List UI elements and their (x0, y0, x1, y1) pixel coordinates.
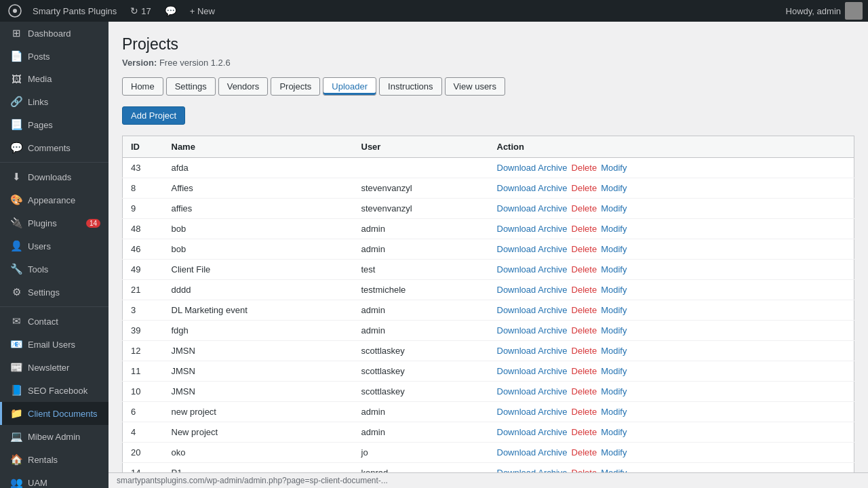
download-archive-link[interactable]: Download Archive (497, 325, 568, 336)
site-name[interactable]: Smarty Pants Plugins (27, 0, 122, 22)
cell-action: Download ArchiveDeleteModify (489, 239, 854, 260)
table-row: 48bobadminDownload ArchiveDeleteModify (123, 219, 854, 239)
modify-link[interactable]: Modify (601, 386, 627, 396)
download-archive-link[interactable]: Download Archive (497, 346, 568, 356)
wp-wrap: ⊞ Dashboard 📄 Posts 🖼 Media 🔗 Links 📃 Pa… (0, 22, 868, 488)
delete-link[interactable]: Delete (572, 183, 597, 193)
tab-vendors[interactable]: Vendors (218, 77, 269, 96)
sidebar-item-posts[interactable]: 📄 Posts (0, 45, 108, 68)
tab-home[interactable]: Home (122, 77, 163, 96)
sidebar-item-uam[interactable]: 👥 UAM (0, 471, 108, 488)
modify-link[interactable]: Modify (601, 264, 627, 274)
modify-link[interactable]: Modify (601, 366, 627, 376)
avatar[interactable] (845, 2, 863, 20)
cell-action: Download ArchiveDeleteModify (489, 260, 854, 280)
delete-link[interactable]: Delete (572, 366, 597, 376)
sidebar-item-downloads[interactable]: ⬇ Downloads (0, 165, 108, 188)
sidebar-item-pages[interactable]: 📃 Pages (0, 113, 108, 136)
sidebar-item-client-documents[interactable]: 📁 Client Documents (0, 402, 108, 425)
sidebar-item-rentals[interactable]: 🏠 Rentals (0, 448, 108, 471)
posts-icon: 📄 (10, 50, 22, 62)
version-text: Version: Free version 1.2.6 (122, 58, 854, 68)
download-archive-link[interactable]: Download Archive (497, 183, 568, 193)
download-archive-link[interactable]: Download Archive (497, 305, 568, 315)
col-header-name: Name (163, 136, 353, 158)
sidebar-item-seo-facebook[interactable]: 📘 SEO Facebook (0, 379, 108, 402)
sidebar-item-links[interactable]: 🔗 Links (0, 90, 108, 113)
tab-projects[interactable]: Projects (271, 77, 320, 96)
modify-link[interactable]: Modify (601, 427, 627, 437)
modify-link[interactable]: Modify (601, 183, 627, 193)
delete-link[interactable]: Delete (572, 346, 597, 356)
new-item[interactable]: + New (184, 0, 220, 22)
sidebar-item-contact[interactable]: ✉ Contact (0, 310, 108, 333)
sidebar-item-appearance[interactable]: 🎨 Appearance (0, 188, 108, 211)
sidebar-item-label: Email Users (28, 340, 75, 350)
wp-logo[interactable] (5, 0, 24, 22)
download-archive-link[interactable]: Download Archive (497, 386, 568, 396)
download-archive-link[interactable]: Download Archive (497, 264, 568, 274)
download-archive-link[interactable]: Download Archive (497, 163, 568, 173)
plugins-icon: 🔌 (10, 217, 22, 229)
sidebar-item-comments[interactable]: 💬 Comments (0, 136, 108, 159)
sidebar-item-dashboard[interactable]: ⊞ Dashboard (0, 22, 108, 45)
admin-bar: Smarty Pants Plugins ↻ 17 💬 + New Howdy,… (0, 0, 868, 22)
updates-item[interactable]: ↻ 17 (125, 0, 156, 22)
download-archive-link[interactable]: Download Archive (497, 285, 568, 295)
tab-view-users[interactable]: View users (445, 77, 505, 96)
modify-link[interactable]: Modify (601, 346, 627, 356)
modify-link[interactable]: Modify (601, 244, 627, 254)
comments-icon: 💬 (10, 142, 22, 154)
modify-link[interactable]: Modify (601, 407, 627, 417)
sidebar-item-tools[interactable]: 🔧 Tools (0, 258, 108, 281)
download-archive-link[interactable]: Download Archive (497, 427, 568, 437)
tab-uploader[interactable]: Uploader (323, 77, 376, 96)
download-archive-link[interactable]: Download Archive (497, 244, 568, 254)
delete-link[interactable]: Delete (572, 427, 597, 437)
download-archive-link[interactable]: Download Archive (497, 366, 568, 376)
delete-link[interactable]: Delete (572, 325, 597, 336)
cell-user (353, 158, 489, 178)
modify-link[interactable]: Modify (601, 285, 627, 295)
table-row: 9affiesstevenvanzylDownload ArchiveDelet… (123, 199, 854, 219)
modify-link[interactable]: Modify (601, 163, 627, 173)
delete-link[interactable]: Delete (572, 224, 597, 234)
modify-link[interactable]: Modify (601, 447, 627, 458)
sidebar-item-users[interactable]: 👤 Users (0, 235, 108, 258)
delete-link[interactable]: Delete (572, 407, 597, 417)
sidebar-item-email-users[interactable]: 📧 Email Users (0, 333, 108, 356)
delete-link[interactable]: Delete (572, 264, 597, 274)
sidebar-item-newsletter[interactable]: 📰 Newsletter (0, 356, 108, 379)
client-docs-icon: 📁 (10, 407, 22, 420)
delete-link[interactable]: Delete (572, 203, 597, 214)
modify-link[interactable]: Modify (601, 203, 627, 214)
download-archive-link[interactable]: Download Archive (497, 447, 568, 458)
delete-link[interactable]: Delete (572, 163, 597, 173)
modify-link[interactable]: Modify (601, 305, 627, 315)
delete-link[interactable]: Delete (572, 447, 597, 458)
modify-link[interactable]: Modify (601, 224, 627, 234)
sidebar-item-mibew-admin[interactable]: 💻 Mibew Admin (0, 425, 108, 448)
comments-item[interactable]: 💬 (159, 0, 182, 22)
cell-name: DL Marketing event (163, 300, 353, 321)
cell-name: afda (163, 158, 353, 178)
add-project-button[interactable]: Add Project (122, 106, 185, 125)
tab-settings[interactable]: Settings (166, 77, 216, 96)
delete-link[interactable]: Delete (572, 244, 597, 254)
delete-link[interactable]: Delete (572, 386, 597, 396)
cell-id: 39 (123, 321, 163, 341)
sidebar-item-settings[interactable]: ⚙ Settings (0, 281, 108, 304)
modify-link[interactable]: Modify (601, 325, 627, 336)
table-row: 39fdghadminDownload ArchiveDeleteModify (123, 321, 854, 341)
download-archive-link[interactable]: Download Archive (497, 224, 568, 234)
table-row: 11JMSNscottlaskeyDownload ArchiveDeleteM… (123, 361, 854, 382)
tab-instructions[interactable]: Instructions (379, 77, 441, 96)
sidebar-item-media[interactable]: 🖼 Media (0, 68, 108, 90)
download-archive-link[interactable]: Download Archive (497, 203, 568, 214)
delete-link[interactable]: Delete (572, 305, 597, 315)
cell-user: stevenvanzyl (353, 199, 489, 219)
col-header-id: ID (123, 136, 163, 158)
download-archive-link[interactable]: Download Archive (497, 407, 568, 417)
delete-link[interactable]: Delete (572, 285, 597, 295)
sidebar-item-plugins[interactable]: 🔌 Plugins 14 (0, 211, 108, 235)
